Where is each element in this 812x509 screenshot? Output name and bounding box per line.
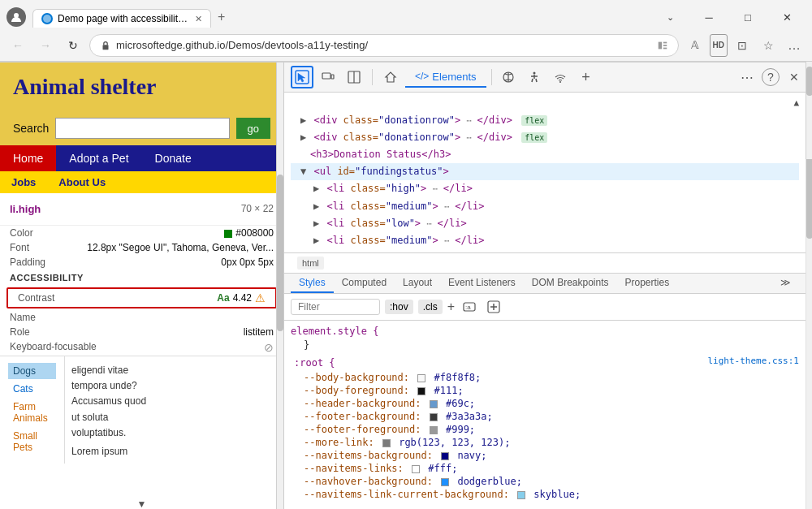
- toolbar-divider: [372, 69, 373, 85]
- property-list: Color #008000 Font 12.8px "Segoe UI", Ta…: [0, 226, 283, 270]
- sub-nav-about[interactable]: About Us: [47, 171, 117, 193]
- nav-item-home[interactable]: Home: [0, 145, 56, 171]
- add-tab-button[interactable]: +: [575, 66, 598, 88]
- more-tabs-button[interactable]: ≫: [772, 274, 799, 293]
- root-css-rule: :root { light-theme.css:1 --body-backgro…: [287, 355, 802, 501]
- color-swatch[interactable]: [441, 478, 449, 486]
- dom-line-8[interactable]: ▶ <li class="medium"> ⋯ </li>: [291, 232, 799, 249]
- dogs-item[interactable]: Dogs: [8, 363, 56, 379]
- restore-button[interactable]: □: [729, 5, 767, 29]
- main-area: Animal shelter Search go Home Adopt a Pe…: [0, 63, 812, 509]
- tab-event-listeners[interactable]: Event Listeners: [440, 274, 524, 293]
- title-bar: Demo page with accessibility iss ✕ + ⌄ ─…: [0, 0, 812, 29]
- svg-rect-9: [331, 75, 334, 79]
- expand-icon[interactable]: ▶: [300, 114, 306, 126]
- close-button[interactable]: ✕: [768, 5, 806, 29]
- inspect-element-button[interactable]: [291, 66, 313, 88]
- back-button[interactable]: ←: [6, 34, 29, 57]
- color-swatch[interactable]: [430, 426, 438, 434]
- tab-layout[interactable]: Layout: [395, 274, 440, 293]
- color-swatch[interactable]: [417, 387, 425, 395]
- expand-icon[interactable]: ▼: [300, 166, 306, 177]
- expand-icon[interactable]: ▶: [313, 218, 319, 229]
- animal-category-list: Dogs Cats Farm Animals Small Pets: [0, 356, 65, 464]
- favorites-icon[interactable]: ☆: [757, 34, 780, 57]
- hd-icon[interactable]: HD: [710, 34, 728, 57]
- css-prop-header-bg: --header-background: #69c;: [287, 397, 802, 410]
- browser-tab[interactable]: Demo page with accessibility iss ✕: [32, 9, 211, 28]
- css-file-link[interactable]: light-theme.css:1: [707, 356, 799, 370]
- tab-elements[interactable]: </> Elements: [405, 67, 486, 88]
- read-aloud-icon[interactable]: 𝔸: [684, 34, 706, 57]
- color-swatch[interactable]: [430, 413, 438, 421]
- user-avatar[interactable]: [6, 7, 26, 27]
- add-to-collection-icon[interactable]: ⊡: [731, 34, 754, 57]
- dom-scroll-up: ▲: [291, 96, 799, 112]
- hover-filter-button[interactable]: :hov: [385, 300, 413, 314]
- tab-styles[interactable]: Styles: [291, 274, 334, 293]
- contrast-value: Aa 4.42 ⚠: [217, 291, 266, 304]
- browser-menu-icon[interactable]: …: [783, 34, 806, 57]
- add-style-rule-button[interactable]: +: [447, 300, 455, 314]
- navigation-bar: ← → ↻ microsoftedge.github.io/Demos/devt…: [0, 29, 812, 62]
- dom-line-3[interactable]: <h3>Donation Status</h3>: [291, 146, 799, 163]
- sub-nav-menu: Jobs About Us: [0, 171, 283, 193]
- cats-item[interactable]: Cats: [8, 381, 56, 397]
- color-swatch[interactable]: [441, 452, 449, 460]
- settings-menu-button[interactable]: ⌄: [651, 5, 689, 29]
- minimize-button[interactable]: ─: [690, 5, 728, 29]
- address-bar[interactable]: microsoftedge.github.io/Demos/devtools-a…: [89, 34, 679, 57]
- new-style-rule-button[interactable]: [484, 297, 503, 317]
- emulation-button[interactable]: [497, 66, 520, 88]
- dom-line-4[interactable]: ▼ <ul id="fundingstatus">: [291, 163, 799, 180]
- home-icon: [384, 71, 397, 84]
- close-devtools-button[interactable]: ✕: [783, 66, 806, 88]
- small-pets-item[interactable]: Small Pets: [8, 428, 56, 455]
- expand-icon[interactable]: ▶: [300, 132, 306, 143]
- css-selector[interactable]: element.style {: [287, 324, 802, 339]
- expand-icon[interactable]: ▶: [313, 201, 319, 212]
- search-input[interactable]: [55, 118, 229, 139]
- home-button[interactable]: [379, 66, 402, 88]
- nav-item-adopt[interactable]: Adopt a Pet: [56, 145, 141, 171]
- split-pane-button[interactable]: [343, 66, 365, 88]
- toggle-element-state-button[interactable]: :a: [460, 297, 479, 317]
- tab-computed[interactable]: Computed: [334, 274, 395, 293]
- wifi-icon-button[interactable]: [549, 66, 572, 88]
- color-swatch[interactable]: [517, 491, 525, 499]
- more-options-button[interactable]: ⋯: [736, 66, 758, 88]
- tab-close-button[interactable]: ✕: [195, 14, 202, 24]
- color-swatch[interactable]: [417, 374, 425, 382]
- name-label: Name: [10, 312, 36, 323]
- expand-icon[interactable]: ▶: [313, 183, 319, 194]
- dom-line-6[interactable]: ▶ <li class="medium"> ⋯ </li>: [291, 198, 799, 215]
- color-swatch[interactable]: [382, 439, 391, 447]
- css-prop-footer-fg: --footer-foreground: #999;: [287, 423, 802, 436]
- root-selector[interactable]: :root {: [291, 356, 339, 370]
- expand-icon[interactable]: ▶: [313, 235, 319, 246]
- element-info: li.high 70 × 22: [0, 193, 283, 226]
- help-button[interactable]: ?: [762, 68, 780, 86]
- forward-button[interactable]: →: [34, 34, 57, 57]
- dom-line-5[interactable]: ▶ <li class="high"> ⋯ </li>: [291, 180, 799, 197]
- dom-line-1[interactable]: ▶ <div class="donationrow"> ⋯ </div> fle…: [291, 112, 799, 129]
- dom-line-7[interactable]: ▶ <li class="low"> ⋯ </li>: [291, 215, 799, 232]
- color-swatch[interactable]: [412, 465, 420, 473]
- dom-line-2[interactable]: ▶ <div class="donationrow"> ⋯ </div> fle…: [291, 129, 799, 146]
- refresh-button[interactable]: ↻: [62, 34, 84, 57]
- styles-filter-input[interactable]: [291, 299, 380, 315]
- farm-animals-item[interactable]: Farm Animals: [8, 399, 56, 426]
- new-tab-button[interactable]: +: [211, 6, 231, 28]
- go-button[interactable]: go: [236, 118, 270, 139]
- role-row: Role listitem: [0, 325, 283, 339]
- svg-rect-6: [663, 47, 666, 49]
- class-filter-button[interactable]: .cls: [418, 300, 443, 314]
- color-swatch[interactable]: [430, 400, 438, 408]
- nav-item-donate[interactable]: Donate: [142, 145, 205, 171]
- device-emulation-button[interactable]: [317, 66, 339, 88]
- sub-nav-jobs[interactable]: Jobs: [0, 171, 47, 193]
- tab-properties[interactable]: Properties: [617, 274, 678, 293]
- css-prop-current-bg: --navitems-link-current-background: skyb…: [287, 488, 802, 501]
- accessibility-button[interactable]: [523, 66, 546, 88]
- tab-dom-breakpoints[interactable]: DOM Breakpoints: [524, 274, 617, 293]
